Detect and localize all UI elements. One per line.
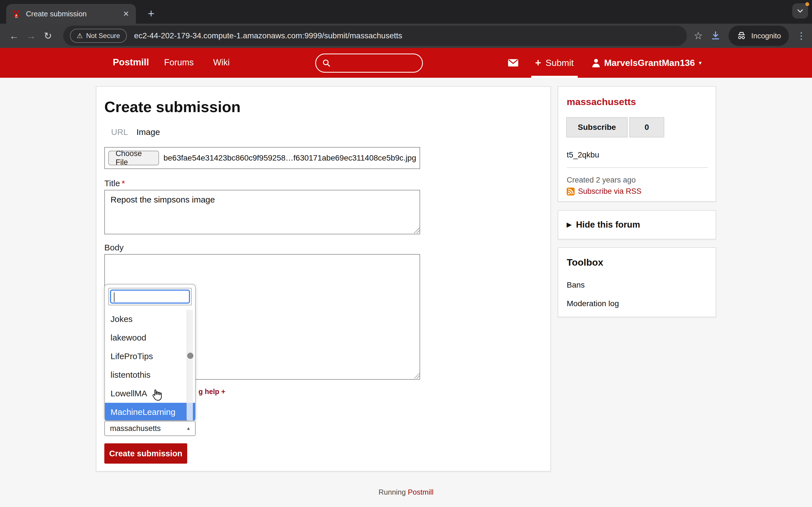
toolbox-card: Toolbox Bans Moderation log xyxy=(558,247,716,317)
toolbox-item-bans[interactable]: Bans xyxy=(567,281,585,290)
formatting-help-fragment[interactable]: g help + xyxy=(199,388,225,396)
subscribe-button[interactable]: Subscribe xyxy=(566,117,627,137)
back-button[interactable]: ← xyxy=(6,27,22,44)
forum-select[interactable]: massachusetts ▲ xyxy=(104,421,196,436)
browser-tab[interactable]: Create submission ✕ xyxy=(6,4,136,24)
tab-image[interactable]: Image xyxy=(137,127,160,137)
title-textarea[interactable]: Repost the simpsons image xyxy=(104,190,420,234)
forum-search-wrapper xyxy=(108,288,192,305)
forum-picker-dropdown: Jokes lakewood LifeProTips listentothis … xyxy=(104,284,196,421)
nav-link-wiki[interactable]: Wiki xyxy=(213,57,230,68)
selected-forum: massachusetts xyxy=(110,424,161,433)
forum-search-input[interactable] xyxy=(110,290,190,304)
forum-title-link[interactable]: massachusetts xyxy=(567,96,636,107)
triangle-right-icon: ▶ xyxy=(567,221,571,228)
tab-title: Create submission xyxy=(26,10,122,18)
browser-menu-icon[interactable]: ⋮ xyxy=(797,31,806,41)
brand-link[interactable]: Postmill xyxy=(113,57,149,68)
triangle-up-icon: ▲ xyxy=(186,421,191,436)
url-text: ec2-44-202-179-34.compute-1.amazonaws.co… xyxy=(134,31,402,40)
dropdown-scrollbar[interactable] xyxy=(187,310,193,420)
hide-forum-card: ▶ Hide this forum xyxy=(558,210,716,239)
scrollbar-highlight-segment xyxy=(187,403,193,421)
body-label: Body xyxy=(104,243,123,252)
scrollbar-thumb[interactable] xyxy=(187,353,193,359)
title-label: Title* xyxy=(104,179,125,188)
caret-down-icon: ▾ xyxy=(699,59,702,66)
envelope-icon xyxy=(508,59,518,67)
browser-toolbar: ← → ↻ ⚠ Not Secure ec2-44-202-179-34.com… xyxy=(0,24,812,48)
forum-option[interactable]: lakewood xyxy=(105,328,195,347)
warning-icon: ⚠ xyxy=(77,32,83,40)
hide-forum-label: Hide this forum xyxy=(576,220,640,230)
incognito-icon xyxy=(737,31,747,40)
tab-close-icon[interactable]: ✕ xyxy=(122,10,130,18)
forward-button: → xyxy=(22,27,40,44)
forum-option-list: Jokes lakewood LifeProTips listentothis … xyxy=(105,310,195,420)
forum-option[interactable]: LifeProTips xyxy=(105,347,195,365)
page-content: Create submission URL Image Choose File … xyxy=(0,78,812,507)
page-title: Create submission xyxy=(104,98,241,115)
toolbox-item-moderation-log[interactable]: Moderation log xyxy=(567,299,619,308)
choose-file-button[interactable]: Choose File xyxy=(108,151,159,165)
incognito-badge[interactable]: Incognito xyxy=(728,25,789,46)
site-search-input[interactable] xyxy=(315,54,423,73)
tab-search-button[interactable] xyxy=(792,3,808,18)
browser-window: Create submission ✕ + ← → ↻ ⚠ Not Secure… xyxy=(0,0,812,507)
download-icon[interactable] xyxy=(711,31,721,41)
forum-option[interactable]: Jokes xyxy=(105,310,195,328)
site-navbar: Postmill Forums Wiki + Submit xyxy=(0,48,812,78)
postmill-windmill-favicon xyxy=(12,9,21,18)
reload-button[interactable]: ↻ xyxy=(40,27,56,44)
image-file-input[interactable]: Choose File be63fae54e31423bc860c9f95925… xyxy=(104,147,420,169)
forum-option[interactable]: listentothis xyxy=(105,365,195,384)
chosen-filename: be63fae54e31423bc860c9f959258…f630171abe… xyxy=(163,154,416,163)
tab-url[interactable]: URL xyxy=(111,127,128,137)
site-footer: Running Postmill xyxy=(0,488,812,497)
incognito-label: Incognito xyxy=(751,32,781,40)
forum-info-card: massachusetts Subscribe 0 t5_2qkbu Creat… xyxy=(558,86,716,202)
new-tab-button[interactable]: + xyxy=(143,6,159,21)
search-icon xyxy=(322,59,331,67)
url-bar[interactable]: ⚠ Not Secure ec2-44-202-179-34.compute-1… xyxy=(63,25,687,46)
chevron-down-icon xyxy=(797,8,804,14)
rss-link-row[interactable]: Subscribe via RSS xyxy=(567,187,642,196)
text-caret xyxy=(114,292,114,302)
tab-strip: Create submission ✕ + xyxy=(0,0,812,24)
forum-id: t5_2qkbu xyxy=(567,151,599,159)
hide-forum-toggle[interactable]: ▶ Hide this forum xyxy=(567,220,640,230)
username: MarvelsGrantMan136 xyxy=(604,58,695,68)
active-tab-underline xyxy=(531,76,578,78)
create-submission-button[interactable]: Create submission xyxy=(104,443,187,464)
forum-created-text: Created 2 years ago xyxy=(567,176,636,184)
divider xyxy=(567,167,708,168)
rss-icon xyxy=(567,187,574,195)
required-asterisk: * xyxy=(122,179,125,188)
user-menu[interactable]: MarvelsGrantMan136 ▾ xyxy=(592,58,702,68)
not-secure-label: Not Secure xyxy=(86,32,120,40)
navbar-right-cluster: + Submit MarvelsGrantMan136 ▾ xyxy=(504,48,702,78)
forum-option[interactable]: LowellMA xyxy=(105,384,195,403)
toolbox-title: Toolbox xyxy=(567,257,603,268)
resize-grip-icon[interactable] xyxy=(414,373,419,379)
footer-running-text: Running xyxy=(378,488,406,496)
update-badge-dot xyxy=(805,2,810,7)
hand-cursor-icon xyxy=(151,389,162,402)
nav-link-forums[interactable]: Forums xyxy=(164,57,194,68)
toolbar-right-cluster: ☆ Incognito ⋮ xyxy=(694,25,806,46)
submit-label: Submit xyxy=(546,58,574,68)
bookmark-star-icon[interactable]: ☆ xyxy=(694,30,703,42)
not-secure-chip[interactable]: ⚠ Not Secure xyxy=(70,29,127,43)
person-icon xyxy=(592,58,600,67)
plus-icon: + xyxy=(535,57,541,69)
footer-postmill-link[interactable]: Postmill xyxy=(408,488,434,496)
subscriber-count: 0 xyxy=(629,117,664,137)
resize-grip-icon[interactable] xyxy=(414,228,419,233)
submit-tab[interactable]: + Submit xyxy=(526,48,583,78)
create-submission-card: Create submission URL Image Choose File … xyxy=(96,86,551,471)
rss-link[interactable]: Subscribe via RSS xyxy=(578,187,642,196)
messages-button[interactable] xyxy=(504,59,523,67)
forum-option-highlighted[interactable]: MachineLearning xyxy=(105,403,195,420)
